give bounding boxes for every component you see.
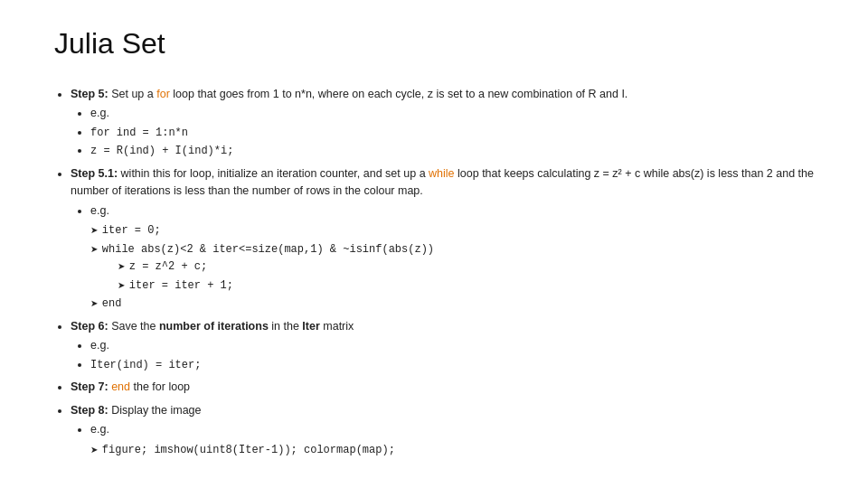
keyword-while: while bbox=[429, 167, 455, 180]
step8-bullets: e.g. bbox=[71, 421, 823, 438]
step7-label: Step 7: end the for loop bbox=[71, 380, 190, 393]
step5-bullet-3: z = R(ind) + I(ind)*i; bbox=[90, 142, 823, 160]
step-5-item: Step 5: Set up a for loop that goes from… bbox=[71, 86, 823, 160]
step6-label: Step 6: Save the number of iterations in… bbox=[71, 320, 354, 333]
step8-arrow-figure: figure; imshow(uint8(Iter-1)); colormap(… bbox=[90, 441, 823, 459]
content-area: Step 5: Set up a for loop that goes from… bbox=[54, 86, 823, 458]
step6-bullets: e.g. Iter(ind) = iter; bbox=[71, 337, 823, 373]
step-8-item: Step 8: Display the image e.g. figure; i… bbox=[71, 402, 823, 458]
step8-label: Step 8: Display the image bbox=[71, 404, 202, 417]
step5-1-arrows: iter = 0; while abs(z)<2 & iter<=size(ma… bbox=[71, 221, 823, 313]
step6-bullet-2: Iter(ind) = iter; bbox=[90, 356, 823, 374]
step5-bullet-1: e.g. bbox=[90, 105, 823, 122]
step-6-item: Step 6: Save the number of iterations in… bbox=[71, 318, 823, 373]
step5-1-label: Step 5.1: within this for loop, initiali… bbox=[71, 167, 814, 197]
step5-1-arrow-iter: iter = 0; bbox=[90, 221, 823, 239]
step5-label: Step 5: Set up a for loop that goes from… bbox=[71, 88, 627, 100]
step-5-1-item: Step 5.1: within this for loop, initiali… bbox=[71, 165, 823, 313]
step5-1-arrow-while: while abs(z)<2 & iter<=size(map,1) & ~is… bbox=[90, 240, 823, 295]
keyword-end: end bbox=[111, 380, 130, 393]
step5-1-eg-bullet: e.g. bbox=[90, 202, 823, 220]
step5-1-iter-update: iter = iter + 1; bbox=[118, 277, 823, 295]
step8-arrows: figure; imshow(uint8(Iter-1)); colormap(… bbox=[71, 441, 823, 459]
step5-bullet-2: for ind = 1:n*n bbox=[90, 124, 823, 142]
step6-bullet-1: e.g. bbox=[90, 337, 823, 354]
step5-1-end: end bbox=[90, 295, 823, 313]
step5-1-while-body: z = z^2 + c; iter = iter + 1; bbox=[90, 258, 823, 294]
page-title: Julia Set bbox=[54, 27, 823, 61]
step5-bullets: e.g. for ind = 1:n*n z = R(ind) + I(ind)… bbox=[71, 105, 823, 160]
step-7-item: Step 7: end the for loop bbox=[71, 379, 823, 396]
step8-bullet-1: e.g. bbox=[90, 421, 823, 438]
step5-1-eg: e.g. bbox=[71, 202, 823, 220]
keyword-for: for bbox=[156, 88, 170, 100]
step5-1-z-update: z = z^2 + c; bbox=[118, 258, 823, 276]
